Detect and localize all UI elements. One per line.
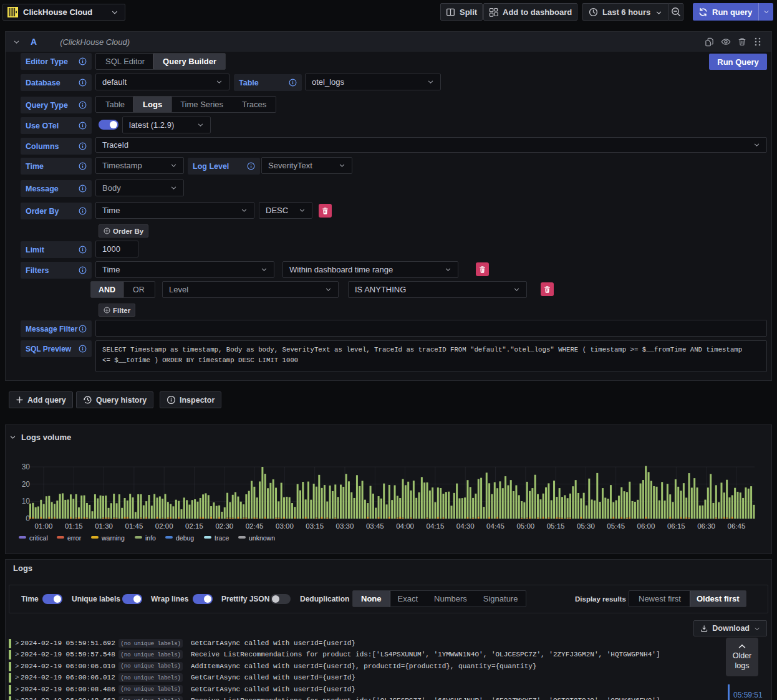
svg-text:04:45: 04:45 bbox=[486, 522, 504, 530]
svg-text:30: 30 bbox=[22, 463, 31, 471]
svg-text:04:30: 04:30 bbox=[456, 522, 475, 530]
svg-text:03:15: 03:15 bbox=[306, 522, 324, 530]
svg-text:05:45: 05:45 bbox=[607, 522, 625, 530]
svg-text:unknown: unknown bbox=[249, 534, 275, 542]
svg-text:05:15: 05:15 bbox=[547, 522, 565, 530]
svg-text:error: error bbox=[67, 534, 82, 542]
svg-text:02:45: 02:45 bbox=[246, 522, 264, 530]
svg-text:03:30: 03:30 bbox=[336, 522, 354, 530]
svg-text:05:30: 05:30 bbox=[577, 522, 595, 530]
svg-text:06:15: 06:15 bbox=[667, 522, 685, 530]
svg-text:10: 10 bbox=[22, 497, 31, 506]
svg-text:01:30: 01:30 bbox=[95, 522, 113, 530]
svg-text:trace: trace bbox=[215, 534, 229, 542]
svg-text:02:00: 02:00 bbox=[155, 522, 173, 530]
svg-text:critical: critical bbox=[29, 534, 48, 542]
svg-text:04:15: 04:15 bbox=[427, 522, 445, 530]
svg-text:02:15: 02:15 bbox=[185, 522, 203, 530]
svg-text:04:00: 04:00 bbox=[396, 522, 414, 530]
svg-text:05:00: 05:00 bbox=[516, 522, 534, 530]
svg-text:06:45: 06:45 bbox=[728, 522, 746, 530]
svg-text:06:00: 06:00 bbox=[637, 522, 655, 530]
svg-text:01:15: 01:15 bbox=[65, 522, 83, 530]
svg-text:01:00: 01:00 bbox=[35, 522, 53, 530]
svg-text:warning: warning bbox=[101, 534, 125, 542]
svg-text:03:00: 03:00 bbox=[276, 522, 294, 530]
svg-text:20: 20 bbox=[22, 480, 31, 489]
svg-text:06:30: 06:30 bbox=[697, 522, 715, 530]
svg-text:02:30: 02:30 bbox=[215, 522, 233, 530]
svg-text:info: info bbox=[145, 534, 156, 542]
svg-text:debug: debug bbox=[176, 534, 194, 542]
svg-text:03:45: 03:45 bbox=[366, 522, 384, 530]
svg-text:01:45: 01:45 bbox=[125, 522, 143, 530]
